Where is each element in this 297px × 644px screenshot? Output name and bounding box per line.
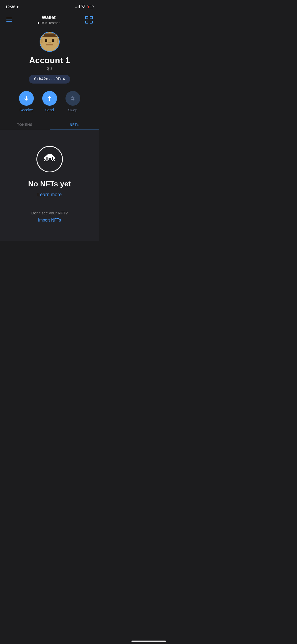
nfts-content: No NFTs yet Learn more Don't see your NF… [0, 130, 99, 241]
svg-rect-11 [41, 39, 43, 43]
dont-see-text: Don't see your NFT? [31, 211, 68, 215]
network-name: RSK Testnet [40, 21, 59, 25]
svg-rect-19 [46, 155, 53, 156]
send-label: Send [45, 108, 54, 112]
svg-rect-24 [44, 158, 46, 159]
signal-icon [75, 5, 80, 8]
wallet-title: Wallet [38, 15, 59, 20]
time-display: 12:36 [5, 4, 15, 9]
svg-rect-33 [46, 160, 48, 161]
svg-rect-0 [86, 16, 88, 19]
receive-label: Receive [20, 108, 33, 112]
avatar[interactable] [40, 32, 60, 52]
status-bar: 12:36 ▶ [0, 0, 99, 12]
import-nfts-link[interactable]: Import NFTs [38, 218, 61, 223]
tabs: TOKENS NFTs [0, 119, 99, 130]
learn-more-link[interactable]: Learn more [37, 192, 62, 197]
scan-button[interactable] [84, 15, 94, 25]
tab-tokens[interactable]: TOKENS [0, 119, 50, 130]
svg-rect-21 [44, 157, 55, 158]
svg-rect-31 [53, 159, 54, 160]
svg-rect-35 [54, 160, 55, 161]
network-indicator: RSK Testnet [38, 21, 59, 25]
svg-rect-13 [48, 42, 51, 43]
status-time: 12:36 ▶ [5, 4, 19, 9]
svg-rect-9 [52, 39, 54, 42]
svg-rect-26 [51, 158, 52, 159]
svg-rect-28 [45, 159, 46, 160]
avatar-section: Account 1 $0 0xb42c...9Fe4 [0, 29, 99, 84]
svg-rect-25 [48, 158, 49, 159]
svg-rect-1 [86, 21, 88, 23]
svg-rect-2 [90, 16, 92, 19]
svg-rect-3 [90, 21, 92, 23]
status-icons [75, 4, 94, 9]
svg-rect-18 [48, 154, 52, 155]
svg-rect-27 [53, 158, 55, 159]
tab-nfts[interactable]: NFTs [50, 119, 99, 130]
header-center: Wallet RSK Testnet [38, 15, 59, 25]
address-pill[interactable]: 0xb42c...9Fe4 [29, 75, 70, 84]
svg-rect-23 [52, 157, 53, 158]
svg-rect-22 [46, 157, 48, 158]
battery-icon [87, 5, 94, 8]
svg-rect-34 [52, 160, 53, 161]
swap-label: Swap [68, 108, 77, 112]
menu-button[interactable] [5, 17, 13, 23]
no-nfts-title: No NFTs yet [28, 180, 71, 188]
svg-rect-29 [48, 159, 49, 160]
network-dot-icon [38, 22, 39, 24]
svg-rect-20 [45, 156, 54, 157]
account-balance: $0 [47, 66, 52, 71]
svg-rect-30 [51, 159, 52, 160]
action-buttons: Receive Send Swap [0, 91, 99, 112]
location-arrow-icon: ▶ [17, 5, 19, 8]
svg-rect-6 [43, 36, 57, 37]
svg-rect-10 [46, 44, 53, 45]
svg-rect-8 [45, 39, 47, 42]
nft-empty-icon [36, 146, 63, 172]
send-button[interactable]: Send [42, 91, 57, 112]
svg-rect-32 [44, 160, 45, 161]
svg-rect-5 [44, 34, 55, 36]
wifi-icon [81, 4, 86, 9]
svg-rect-12 [57, 39, 58, 43]
header: Wallet RSK Testnet [0, 12, 99, 29]
account-name: Account 1 [29, 56, 70, 65]
receive-button[interactable]: Receive [19, 91, 34, 112]
swap-button[interactable]: Swap [65, 91, 80, 112]
